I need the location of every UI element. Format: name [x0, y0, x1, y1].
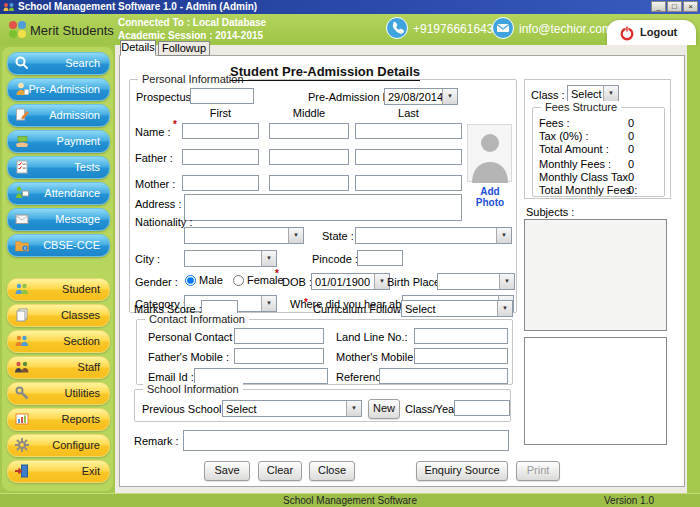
sidebar-item-cbse-cce[interactable]: CBSE-CCE [7, 234, 110, 257]
personal-information-group: Personal Information Prospectus No. : Pr… [129, 79, 517, 313]
address-input[interactable] [184, 194, 462, 221]
app-icon [3, 2, 15, 12]
checklist-icon [14, 159, 30, 175]
school-information-legend: School Information [143, 383, 243, 395]
minimize-button[interactable]: _ [651, 1, 666, 12]
personal-contact-input[interactable] [234, 328, 324, 344]
fee-label: Fees : [539, 117, 570, 129]
state-combo[interactable]: ▼ [355, 227, 512, 244]
city-label: City : [135, 253, 160, 265]
column-first: First [182, 107, 259, 119]
dropdown-arrow-icon: ▼ [346, 401, 361, 416]
close-button[interactable]: × [683, 1, 698, 12]
email-address: info@techior.com [519, 22, 612, 36]
window-title: School Management Software 1.0 - Admin (… [18, 1, 257, 12]
fee-label: Monthly Class Tax [539, 171, 628, 183]
name-first-input[interactable] [182, 123, 259, 139]
status-app-name: School Management Software [0, 495, 700, 506]
dropdown-arrow-icon: ▼ [496, 228, 511, 243]
maximize-button[interactable]: □ [667, 1, 682, 12]
logout-button[interactable]: Logout [607, 20, 696, 45]
father-last-input[interactable] [355, 149, 462, 165]
state-label: State : [322, 230, 354, 242]
subjects-listbox[interactable] [524, 219, 667, 331]
sidebar-item-exit[interactable]: Exit [7, 460, 110, 483]
tab-followup[interactable]: Followup [158, 41, 210, 56]
sidebar-item-configure[interactable]: Configure [7, 434, 110, 457]
tools-icon [14, 385, 30, 401]
email-id-input[interactable] [194, 368, 328, 384]
sidebar-item-utilities[interactable]: Utilities [7, 382, 110, 405]
sidebar-item-payment[interactable]: Payment [7, 130, 110, 153]
remark-input[interactable] [183, 430, 509, 451]
fee-value: 0 [628, 158, 634, 170]
mother-first-input[interactable] [182, 175, 259, 191]
class-combo[interactable]: Select ▼ [567, 85, 619, 102]
subjects-selected-listbox[interactable] [524, 337, 667, 445]
right-green-strip [687, 45, 700, 493]
sidebar-item-tests[interactable]: Tests [7, 156, 110, 179]
dob-combo[interactable]: 01/01/1900 ▼ [311, 273, 390, 290]
name-last-input[interactable] [355, 123, 462, 139]
gender-male-radio[interactable] [185, 275, 196, 286]
mother-mobile-label: Mother's Mobile : [336, 351, 419, 363]
enquiry-source-button[interactable]: Enquiry Source [416, 461, 508, 481]
sidebar-item-search[interactable]: Search [7, 52, 110, 75]
name-label: Name : [135, 126, 170, 138]
phone-icon [386, 17, 408, 39]
sidebar-item-classes[interactable]: Classes [7, 304, 110, 327]
father-first-input[interactable] [182, 149, 259, 165]
father-mobile-input[interactable] [234, 348, 324, 364]
reference-input[interactable] [379, 368, 508, 384]
clear-button[interactable]: Clear [258, 461, 302, 481]
fees-structure-group: Fees Structure Fees :0 Tax (0%) :0 Total… [532, 107, 665, 197]
connected-to-text: Connected To : Local Database [118, 17, 266, 28]
save-button[interactable]: Save [204, 461, 250, 481]
email-id-label: Email Id : [148, 371, 194, 383]
fee-label: Total Amount : [539, 143, 609, 155]
pages-icon [14, 307, 30, 323]
page-title: Student Pre-Admission Details [130, 62, 520, 80]
curriculum-combo[interactable]: Select ▼ [401, 300, 513, 317]
fee-label: Tax (0%) : [539, 130, 589, 142]
prospectus-input[interactable] [190, 88, 254, 104]
sidebar-item-student[interactable]: Student [7, 278, 110, 301]
previous-school-combo[interactable]: Select ▼ [222, 400, 362, 417]
landline-input[interactable] [414, 328, 508, 344]
add-photo-link[interactable]: Add Photo [465, 186, 515, 208]
nationality-combo[interactable]: ▼ [184, 227, 304, 244]
city-combo[interactable]: ▼ [184, 250, 277, 267]
remark-label: Remark : [134, 435, 179, 447]
birth-place-combo[interactable]: ▼ [437, 273, 515, 290]
name-required-asterisk: * [173, 119, 177, 130]
sidebar-item-pre-admission[interactable]: Pre-Admission [7, 78, 110, 101]
mother-last-input[interactable] [355, 175, 462, 191]
students-icon [14, 281, 30, 297]
father-label: Father : [135, 152, 173, 164]
fee-value: 0 [628, 171, 634, 183]
pincode-input[interactable] [357, 250, 403, 266]
class-year-input[interactable] [454, 400, 510, 416]
tab-details[interactable]: Details [120, 40, 156, 56]
sidebar-item-message[interactable]: Message [7, 208, 110, 231]
sidebar-item-reports[interactable]: Reports [7, 408, 110, 431]
father-middle-input[interactable] [269, 149, 349, 165]
sidebar-item-section[interactable]: Section [7, 330, 110, 353]
sidebar: Search Pre-Admission Admission Payment T… [0, 45, 115, 493]
mother-mobile-input[interactable] [414, 348, 508, 364]
mother-middle-input[interactable] [269, 175, 349, 191]
preadmission-date-combo[interactable]: 29/08/2014 ▼ [384, 88, 458, 105]
gender-male-option[interactable]: Male [185, 274, 223, 286]
staff-icon [14, 359, 30, 375]
sidebar-item-admission[interactable]: Admission [7, 104, 110, 127]
print-button[interactable]: Print [516, 461, 560, 481]
phone-number: +919766616435 [413, 22, 500, 36]
gender-female-radio[interactable] [233, 275, 244, 286]
new-school-button[interactable]: New [368, 399, 400, 419]
sidebar-item-attendance[interactable]: Attendance [7, 182, 110, 205]
name-middle-input[interactable] [269, 123, 349, 139]
sidebar-item-staff[interactable]: Staff [7, 356, 110, 379]
close-button-form[interactable]: Close [309, 461, 355, 481]
payment-icon [14, 133, 30, 149]
mother-label: Mother : [135, 178, 175, 190]
